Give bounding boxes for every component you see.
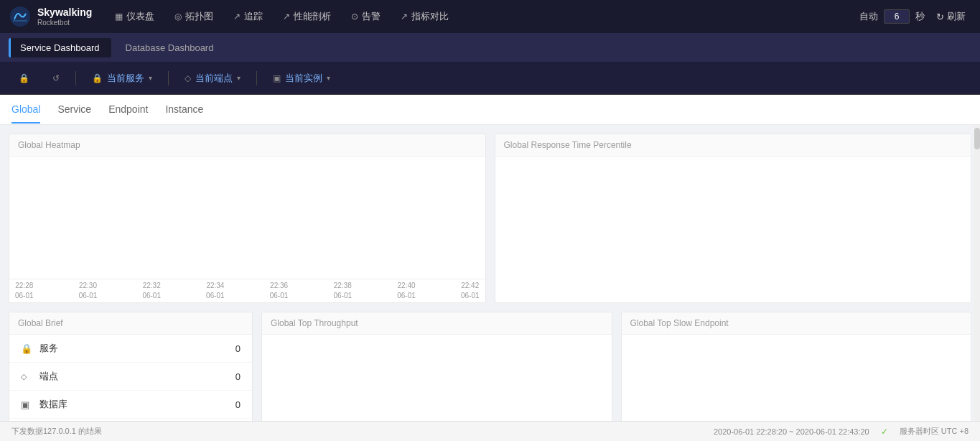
nav-metrics[interactable]: ↗ 指标对比 [392, 6, 457, 27]
status-left: 下发数据127.0.0.1 的结果 [11, 426, 102, 437]
refresh-icon: ↻ [936, 11, 944, 22]
global-brief-panel: Global Brief 🔒 服务 0 ◇ 端点 0 ▣ 数据库 0 [9, 312, 253, 421]
global-top-throughput-body [262, 335, 612, 421]
dashboard-tabs: Service Dashboard Database Dashboard [0, 33, 980, 62]
filter-divider-3 [256, 71, 257, 85]
status-timezone: 服务器时区 UTC +8 [900, 426, 969, 437]
filter-divider-1 [75, 71, 76, 85]
global-top-throughput-title: Global Top Throughput [271, 318, 358, 328]
interval-input[interactable] [884, 9, 910, 24]
logo-name: Skywalking [37, 6, 92, 19]
x-label-5: 22:3806-01 [334, 281, 353, 301]
tab-database-dashboard[interactable]: Database Dashboard [114, 38, 225, 57]
global-response-time-header: Global Response Time Percentile [495, 134, 971, 157]
filter-divider-2 [168, 71, 169, 85]
brief-service-label: 服务 [39, 342, 228, 355]
logo-sub: Rocketbot [37, 19, 92, 27]
brief-row-service: 🔒 服务 0 [9, 335, 252, 363]
status-left-text: 下发数据127.0.0.1 的结果 [11, 426, 102, 437]
global-response-time-body [495, 157, 971, 300]
top-charts-row: Global Heatmap 22:2806-01 22:3006-01 22:… [9, 134, 971, 303]
global-top-slow-body [622, 335, 971, 421]
brief-database-label: 数据库 [39, 398, 228, 411]
tab-service-dashboard[interactable]: Service Dashboard [9, 38, 111, 57]
refresh-label: 刷新 [947, 10, 966, 23]
tab-instance[interactable]: Instance [165, 96, 203, 124]
global-top-slow-header: Global Top Slow Endpoint [622, 312, 971, 335]
global-response-time-title: Global Response Time Percentile [504, 140, 632, 150]
brief-service-value: 0 [235, 343, 241, 354]
database-dashboard-label: Database Dashboard [126, 42, 214, 53]
service-filter-label: 当前服务 [107, 72, 144, 85]
auto-label: 自动 [859, 10, 878, 23]
tab-global-label: Global [11, 103, 40, 115]
instance-filter-icon: ▣ [273, 73, 281, 83]
nav-alarm[interactable]: ⊙ 告警 [342, 6, 389, 27]
service-dashboard-label: Service Dashboard [20, 42, 100, 53]
endpoint-filter-label: 当前端点 [195, 72, 233, 85]
brief-row-endpoint: ◇ 端点 0 [9, 363, 252, 391]
lock-icon: 🔒 [19, 73, 29, 83]
brief-database-icon: ▣ [21, 399, 32, 410]
tab-instance-label: Instance [165, 103, 203, 115]
top-nav: Skywalking Rocketbot ▦ 仪表盘 ◎ 拓扑图 ↗ 追踪 ↗ … [0, 0, 980, 33]
instance-arrow-icon: ▾ [327, 74, 330, 82]
interval-unit: 秒 [915, 10, 925, 23]
global-heatmap-body: 22:2806-01 22:3006-01 22:3206-01 22:3406… [9, 157, 485, 302]
bottom-row: Global Brief 🔒 服务 0 ◇ 端点 0 ▣ 数据库 0 [9, 312, 971, 421]
global-heatmap-panel: Global Heatmap 22:2806-01 22:3006-01 22:… [9, 134, 486, 303]
nav-items: ▦ 仪表盘 ◎ 拓扑图 ↗ 追踪 ↗ 性能剖析 ⊙ 告警 ↗ 指标对比 [106, 6, 859, 27]
svg-point-0 [10, 6, 30, 27]
nav-topology[interactable]: ◎ 拓扑图 [166, 6, 222, 27]
metrics-nav-icon: ↗ [401, 11, 408, 22]
nav-profiling-label: 性能剖析 [294, 10, 331, 23]
status-time-range: 2020-06-01 22:28:20 ~ 2020-06-01 22:43:2… [714, 427, 869, 436]
brief-database-value: 0 [235, 399, 241, 410]
x-axis: 22:2806-01 22:3006-01 22:3206-01 22:3406… [9, 279, 485, 302]
refresh-button[interactable]: ↻ 刷新 [930, 7, 971, 26]
endpoint-filter-icon: ◇ [185, 73, 191, 83]
global-response-time-panel: Global Response Time Percentile [495, 134, 972, 303]
nav-alarm-label: 告警 [362, 10, 381, 23]
filter-instance[interactable]: ▣ 当前实例 ▾ [266, 69, 337, 88]
endpoint-arrow-icon: ▾ [237, 74, 241, 82]
tab-endpoint-label: Endpoint [108, 103, 148, 115]
brief-endpoint-value: 0 [235, 371, 241, 382]
tab-service[interactable]: Service [57, 96, 91, 124]
tab-global[interactable]: Global [11, 96, 40, 124]
brief-endpoint-icon: ◇ [21, 372, 32, 381]
x-label-0: 22:2806-01 [15, 281, 34, 301]
filter-refresh[interactable]: ↺ [45, 70, 67, 86]
nav-trace-label: 追踪 [244, 10, 263, 23]
nav-topology-label: 拓扑图 [185, 10, 213, 23]
global-heatmap-title: Global Heatmap [18, 140, 80, 150]
service-filter-icon: 🔒 [92, 73, 103, 83]
nav-metrics-label: 指标对比 [411, 10, 449, 23]
content-tabs: Global Service Endpoint Instance [0, 95, 980, 125]
filter-lock[interactable]: 🔒 [11, 70, 37, 86]
brief-endpoint-label: 端点 [39, 370, 228, 383]
tab-endpoint[interactable]: Endpoint [108, 96, 148, 124]
filter-service[interactable]: 🔒 当前服务 ▾ [85, 69, 159, 88]
nav-dashboard[interactable]: ▦ 仪表盘 [106, 6, 163, 27]
trace-nav-icon: ↗ [233, 11, 241, 22]
logo-icon [9, 5, 32, 28]
dashboard-nav-icon: ▦ [115, 11, 123, 22]
global-top-throughput-panel: Global Top Throughput [261, 312, 612, 421]
filter-refresh-icon: ↺ [52, 73, 60, 83]
scroll-thumb [974, 128, 980, 149]
x-label-1: 22:3006-01 [79, 281, 98, 301]
scroll-indicator[interactable] [974, 125, 980, 421]
topology-nav-icon: ◎ [174, 11, 182, 22]
x-label-7: 22:4206-01 [461, 281, 480, 301]
brief-rows: 🔒 服务 0 ◇ 端点 0 ▣ 数据库 0 ▲ 实例数 0 [9, 335, 252, 421]
filter-bar: 🔒 ↺ 🔒 当前服务 ▾ ◇ 当前端点 ▾ ▣ 当前实例 ▾ [0, 62, 980, 95]
alarm-nav-icon: ⊙ [351, 11, 358, 22]
instance-filter-label: 当前实例 [285, 72, 322, 85]
nav-profiling[interactable]: ↗ 性能剖析 [274, 6, 340, 27]
tab-service-label: Service [57, 103, 91, 115]
brief-row-database: ▣ 数据库 0 [9, 391, 252, 419]
filter-endpoint[interactable]: ◇ 当前端点 ▾ [177, 69, 248, 88]
x-label-3: 22:3406-01 [206, 281, 225, 301]
nav-trace[interactable]: ↗ 追踪 [225, 6, 271, 27]
